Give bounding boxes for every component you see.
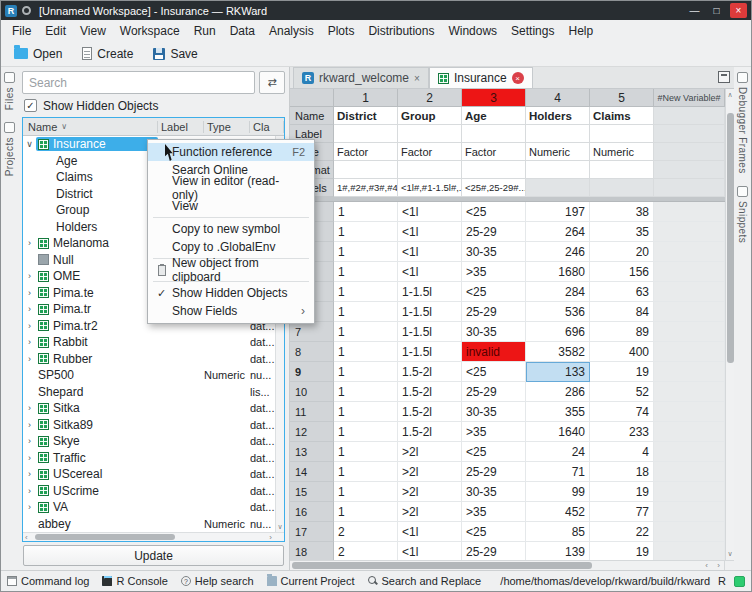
titlebar[interactable]: R [Unnamed Workspace] - Insurance — RKWa… (1, 1, 751, 20)
tree-horizontal-scrollbar[interactable]: ‹ › (23, 532, 284, 541)
close-tab-icon[interactable]: × (512, 72, 524, 84)
chevron-down-icon[interactable]: ∨ (23, 139, 36, 149)
data-cell[interactable]: 1 (334, 362, 398, 382)
row-number[interactable]: 7 (290, 322, 334, 342)
data-cell[interactable]: <1l (398, 262, 462, 282)
data-cell[interactable]: 89 (590, 322, 654, 342)
data-cell[interactable]: 1 (334, 282, 398, 302)
new-variable-cell[interactable] (654, 125, 725, 143)
scroll-left-icon[interactable]: ‹ (705, 561, 708, 570)
row-number[interactable]: 12 (290, 422, 334, 442)
r-engine-status-indicator[interactable] (734, 576, 745, 587)
show-hidden-checkbox[interactable]: ✓ (24, 99, 37, 112)
column-header-2[interactable]: 2 (398, 89, 462, 107)
data-cell[interactable]: >2l (398, 502, 462, 522)
menu-item-show-hidden-objects[interactable]: ✓ Show Hidden Objects (148, 284, 314, 302)
data-cell[interactable]: 19 (590, 482, 654, 502)
variable-name-cell[interactable]: Claims (590, 107, 654, 125)
open-button[interactable]: Open (7, 45, 69, 63)
menu-item-view[interactable]: View (148, 197, 314, 215)
data-cell[interactable]: <1l (398, 542, 462, 560)
column-header-5[interactable]: 5 (590, 89, 654, 107)
variable-name-cell[interactable]: Age (462, 107, 526, 125)
data-cell[interactable]: >2l (398, 462, 462, 482)
menu-data[interactable]: Data (223, 22, 262, 40)
tab-rkward-welcome[interactable]: R rkward_welcome × (293, 67, 429, 88)
data-cell[interactable]: 1.5-2l (398, 422, 462, 442)
tree-item-uscereal[interactable]: › UScereal dat... (23, 466, 284, 483)
data-cell[interactable]: 25-29 (462, 382, 526, 402)
menu-item-copy-to-new-symbol[interactable]: Copy to new symbol (148, 220, 314, 238)
data-cell[interactable]: 197 (526, 202, 590, 222)
variable-format-cell[interactable] (334, 161, 398, 179)
chevron-right-icon[interactable]: › (23, 354, 36, 364)
data-cell[interactable]: 38 (590, 202, 654, 222)
data-cell[interactable]: 25-29 (462, 222, 526, 242)
chevron-right-icon[interactable]: › (23, 304, 36, 314)
tree-item-rubber[interactable]: › Rubber dat... (23, 351, 284, 368)
data-cell[interactable]: 286 (526, 382, 590, 402)
tree-item-sp500[interactable]: SP500 Numericnu... (23, 367, 284, 384)
new-variable-cell[interactable] (654, 422, 725, 442)
r-console-button[interactable]: R Console (102, 575, 167, 587)
tree-item-abbey[interactable]: abbey Numericnu... (23, 516, 284, 533)
menu-edit[interactable]: Edit (38, 22, 73, 40)
variable-format-cell[interactable] (590, 161, 654, 179)
menu-plots[interactable]: Plots (321, 22, 362, 40)
chevron-right-icon[interactable]: › (23, 271, 36, 281)
dock-tab-files[interactable]: Files (4, 72, 15, 110)
data-cell[interactable]: 1 (334, 322, 398, 342)
table-vscroll-thumb[interactable] (727, 113, 734, 363)
data-cell[interactable]: 35 (590, 222, 654, 242)
update-button[interactable]: Update (23, 545, 284, 566)
scroll-up-icon[interactable]: ∧ (727, 91, 732, 99)
data-cell[interactable]: 1.5-2l (398, 382, 462, 402)
chevron-right-icon[interactable]: › (23, 337, 36, 347)
data-cell[interactable]: 85 (526, 522, 590, 542)
selected-cell[interactable]: 133 (526, 362, 590, 382)
variable-label-cell[interactable] (526, 125, 590, 143)
data-cell[interactable]: 1-1.5l (398, 302, 462, 322)
chevron-right-icon[interactable]: › (23, 453, 36, 463)
data-cell[interactable]: 1 (334, 462, 398, 482)
menu-item-show-fields[interactable]: Show Fields › (148, 302, 314, 320)
menu-file[interactable]: File (5, 22, 38, 40)
command-log-button[interactable]: Command log (7, 575, 89, 587)
data-cell[interactable]: 63 (590, 282, 654, 302)
data-cell[interactable]: 1640 (526, 422, 590, 442)
data-cell[interactable]: 233 (590, 422, 654, 442)
new-variable-cell[interactable] (654, 143, 725, 161)
data-cell[interactable]: <25 (462, 282, 526, 302)
new-variable-header[interactable]: #New Variable# (654, 89, 725, 107)
data-cell[interactable]: >2l (398, 482, 462, 502)
chevron-right-icon[interactable]: › (23, 420, 36, 430)
tree-item-uscrime[interactable]: › UScrime dat... (23, 483, 284, 500)
data-cell[interactable]: 1 (334, 422, 398, 442)
tree-item-sitka[interactable]: › Sitka dat... (23, 400, 284, 417)
new-variable-cell[interactable] (654, 502, 725, 522)
data-cell[interactable]: 1-1.5l (398, 322, 462, 342)
split-view-icon[interactable] (718, 71, 730, 83)
chevron-right-icon[interactable]: › (23, 502, 36, 512)
new-variable-cell[interactable] (654, 362, 725, 382)
variable-format-cell[interactable] (526, 161, 590, 179)
data-cell[interactable]: 4 (590, 442, 654, 462)
variable-name-cell[interactable]: District (334, 107, 398, 125)
data-cell[interactable]: 30-35 (462, 242, 526, 262)
dock-tab-snippets[interactable]: Snippets (737, 186, 748, 243)
data-cell[interactable]: 355 (526, 402, 590, 422)
new-variable-cell[interactable] (654, 161, 725, 179)
row-number[interactable]: 17 (290, 522, 334, 542)
menu-analysis[interactable]: Analysis (262, 22, 321, 40)
data-cell[interactable]: 25-29 (462, 462, 526, 482)
data-cell[interactable]: 30-35 (462, 402, 526, 422)
data-cell[interactable]: 1 (334, 242, 398, 262)
variable-format-cell[interactable] (462, 161, 526, 179)
minimize-button[interactable]: — (686, 3, 703, 18)
data-cell[interactable]: 536 (526, 302, 590, 322)
data-cell[interactable]: 284 (526, 282, 590, 302)
menu-distributions[interactable]: Distributions (361, 22, 441, 40)
new-variable-cell[interactable] (654, 542, 725, 560)
close-button[interactable]: × (730, 3, 747, 18)
tree-hscroll-thumb[interactable] (35, 534, 175, 540)
